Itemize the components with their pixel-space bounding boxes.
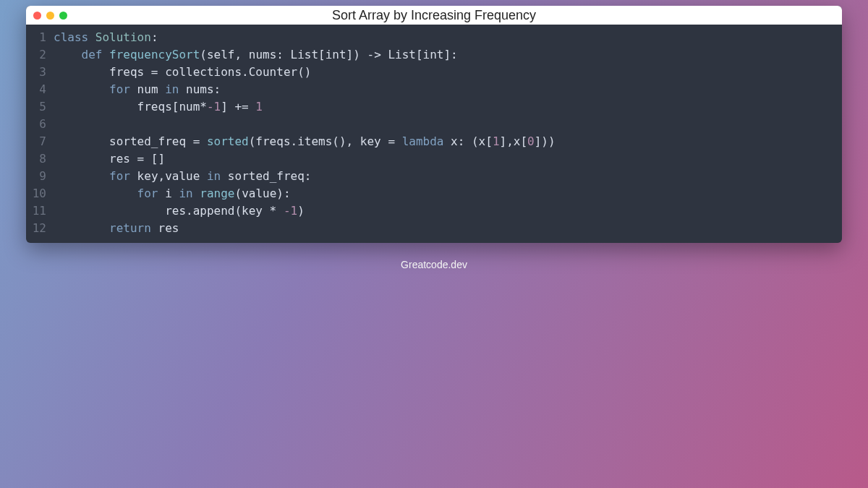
line-number: 4 [26,81,46,98]
maximize-icon[interactable] [59,12,67,20]
minimize-icon[interactable] [46,12,54,20]
line-number: 3 [26,64,46,81]
line-number: 12 [26,220,46,237]
code-line: res = [] [54,150,842,168]
code-line: def frequencySort(self, nums: List[int])… [54,46,842,64]
line-number: 7 [26,133,46,150]
code-line: for num in nums: [54,81,842,98]
code-line: for i in range(value): [54,185,842,202]
code-line [54,116,842,133]
code-line: freqs = collections.Counter() [54,64,842,81]
line-number: 11 [26,202,46,220]
window-title: Sort Array by Increasing Frequency [26,8,842,23]
code-line: sorted_freq = sorted(freqs.items(), key … [54,133,842,150]
code-area: 1 2 3 4 5 6 7 8 9 10 11 12 class Solutio… [26,25,842,243]
line-number: 5 [26,98,46,116]
code-window: Sort Array by Increasing Frequency 1 2 3… [26,6,842,243]
code-line: for key,value in sorted_freq: [54,168,842,185]
line-number-gutter: 1 2 3 4 5 6 7 8 9 10 11 12 [26,29,54,237]
code-line: res.append(key * -1) [54,202,842,220]
code-line: freqs[num*-1] += 1 [54,98,842,116]
footer-attribution: Greatcode.dev [0,259,868,270]
line-number: 8 [26,150,46,168]
window-titlebar: Sort Array by Increasing Frequency [26,6,842,25]
line-number: 6 [26,116,46,133]
code-content[interactable]: class Solution: def frequencySort(self, … [54,29,842,237]
line-number: 9 [26,168,46,185]
code-line: return res [54,220,842,237]
code-line: class Solution: [54,29,842,46]
line-number: 2 [26,46,46,64]
line-number: 10 [26,185,46,202]
line-number: 1 [26,29,46,46]
close-icon[interactable] [33,12,41,20]
traffic-lights [33,12,67,20]
